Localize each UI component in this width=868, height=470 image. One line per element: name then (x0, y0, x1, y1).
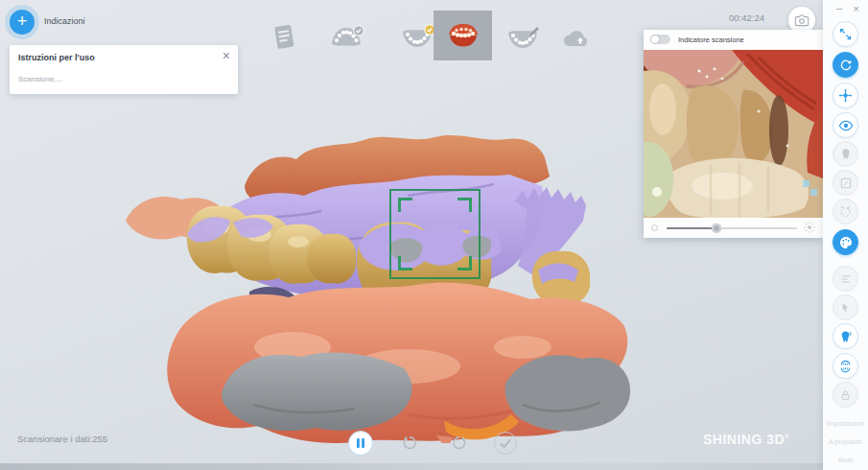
edit-arch-button[interactable] (505, 24, 542, 54)
brand-logo-text: SHINING 3D (703, 432, 785, 447)
rotate-view-button[interactable] (833, 52, 858, 78)
cursor-icon (839, 301, 852, 315)
tooth-scan-icon (838, 329, 853, 344)
instructions-body: Scansione.... (18, 75, 62, 83)
tooth-icon (839, 147, 853, 161)
pause-icon (356, 437, 365, 449)
edit-region-button[interactable] (833, 170, 858, 196)
edit-square-icon (839, 176, 853, 190)
instructions-title: Istruzioni per l'uso (18, 53, 95, 62)
confirm-button[interactable] (494, 432, 517, 455)
brightness-icon (803, 221, 816, 238)
camera-preview-panel: Indicatore scansione (644, 30, 823, 238)
camera-icon (794, 13, 809, 27)
scan-3d-viewport[interactable] (120, 127, 638, 443)
scan-indicator-toggle[interactable] (650, 35, 670, 44)
brand-logo: SHINING 3D® (703, 432, 789, 447)
live-camera-feed (644, 50, 823, 218)
tool-sidebar: – × (823, 0, 868, 470)
window-bottom-edge (0, 463, 823, 470)
minimize-button[interactable]: – (836, 2, 842, 13)
view-mode-button[interactable] (833, 112, 858, 138)
scanbox-corner-br (457, 256, 472, 270)
new-scan-button[interactable]: + (10, 10, 35, 35)
ai-refine-button[interactable] (833, 199, 858, 224)
rotate-left-icon (400, 434, 419, 453)
tooth-scan-button[interactable] (833, 323, 858, 349)
lower-arch-button[interactable] (400, 24, 436, 54)
scan-data-counter: Scansionare i dati:255 (17, 434, 107, 444)
text-lines-icon (839, 272, 853, 286)
brand-registered-mark: ® (785, 434, 789, 439)
upper-arch-icon (329, 25, 365, 50)
toggle-knob (651, 35, 659, 43)
indicator-dot-icon (651, 224, 658, 231)
slider-fill (667, 227, 716, 229)
annotation-button[interactable] (833, 266, 858, 292)
close-icon[interactable]: × (223, 49, 230, 62)
jaw-bite-icon (838, 359, 853, 374)
lock-button[interactable] (833, 382, 858, 408)
plus-icon: + (17, 12, 28, 31)
sidebar-link-help[interactable]: Aiuto (823, 457, 868, 463)
scanbox-corner-tr (457, 198, 472, 212)
document-icon (271, 23, 297, 52)
pan-view-button[interactable] (833, 82, 858, 108)
scanbox-corner-bl (398, 256, 412, 270)
eye-icon (838, 119, 854, 132)
edit-arch-icon (505, 24, 542, 50)
sidebar-link-about[interactable]: A proposito (823, 438, 868, 445)
page-title: Indicazioni (44, 16, 85, 26)
lower-arch-icon (400, 24, 436, 50)
close-window-button[interactable]: × (854, 3, 859, 14)
occlusion-scan-button[interactable] (434, 11, 492, 60)
lock-icon (839, 388, 852, 402)
redo-rotate-button[interactable] (448, 432, 471, 455)
scanbox-corner-tl (398, 198, 412, 212)
tooth-tool-button[interactable] (833, 141, 858, 167)
occlusion-icon (444, 22, 482, 49)
upper-arch-button[interactable] (329, 25, 365, 54)
slider-handle[interactable] (712, 223, 721, 233)
pause-button[interactable] (348, 431, 373, 456)
sidebar-link-settings[interactable]: Impostazioni (823, 420, 868, 427)
brightness-slider[interactable] (667, 227, 797, 229)
toggle-label: Indicatore scansione (678, 35, 744, 44)
scan-timer: 00:42:24 (729, 12, 764, 23)
select-cursor-button[interactable] (833, 294, 858, 320)
instructions-panel: Istruzioni per l'uso × Scansione.... (10, 45, 238, 94)
occlusion-check-button[interactable] (833, 353, 858, 379)
zoom-fit-button[interactable] (833, 21, 858, 47)
check-icon (499, 437, 512, 449)
ai-sparkle-icon (838, 204, 853, 219)
palette-icon (838, 235, 854, 250)
report-form-button[interactable] (271, 23, 297, 56)
camera-panel-topbar: Indicatore scansione (644, 30, 823, 50)
camera-panel-bottombar (644, 218, 823, 238)
app-window: + Indicazioni Istruzioni per l'uso × Sca… (0, 0, 868, 470)
pan-icon (838, 88, 853, 103)
rotate-right-icon (450, 434, 469, 453)
zoom-fit-icon (838, 27, 853, 41)
scan-indicator-box (389, 189, 481, 279)
undo-rotate-button[interactable] (398, 432, 421, 455)
rotate-view-icon (838, 58, 854, 73)
upload-button[interactable] (561, 27, 592, 54)
cloud-upload-icon (561, 27, 592, 50)
texture-palette-button[interactable] (833, 229, 858, 255)
